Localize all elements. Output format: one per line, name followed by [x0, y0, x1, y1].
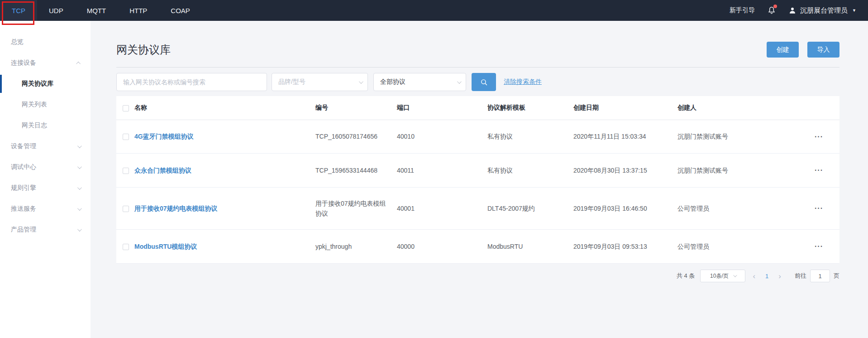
- sidebar-item[interactable]: 推送服务: [0, 198, 91, 219]
- protocol-filter-value: 全部协议: [380, 78, 405, 86]
- protocol-code: ypkj_through: [315, 230, 397, 264]
- column-header-template: 协议解析模板: [487, 96, 573, 120]
- protocol-port: 40001: [397, 187, 487, 230]
- row-checkbox[interactable]: [123, 206, 129, 212]
- sidebar-item[interactable]: 网关协议库: [0, 73, 91, 94]
- protocol-filter-select[interactable]: 全部协议: [373, 73, 466, 91]
- topbar-right: 新手引导 沉朋展台管理员 ▼: [730, 5, 868, 15]
- protocol-table: 名称 编号 端口 协议解析模板 创建日期 创建人 4G蓝牙门禁模组协议 TCP_…: [116, 96, 839, 264]
- sidebar-item-label: 设备管理: [11, 142, 36, 150]
- clear-search-link[interactable]: 清除搜索条件: [504, 78, 542, 86]
- brand-model-placeholder: 品牌/型号: [278, 78, 305, 86]
- protocol-template: ModbusRTU: [487, 230, 573, 264]
- topnav-tab-label: UDP: [49, 7, 63, 14]
- creator: 公司管理员: [677, 187, 795, 230]
- next-page-button[interactable]: ›: [775, 272, 785, 280]
- column-header-creator: 创建人: [677, 96, 795, 120]
- chevron-icon: [77, 164, 82, 169]
- current-page-number[interactable]: 1: [763, 273, 771, 280]
- created-date: 2020年11月11日 15:03:34: [573, 120, 677, 154]
- protocol-code: TCP_1596533144468: [315, 154, 397, 188]
- row-actions-icon[interactable]: ···: [815, 204, 823, 212]
- sidebar-item[interactable]: 设备管理: [0, 136, 91, 157]
- creator: 公司管理员: [677, 230, 795, 264]
- protocol-port: 40011: [397, 154, 487, 188]
- import-button[interactable]: 导入: [807, 42, 839, 58]
- title-divider: [116, 67, 839, 68]
- sidebar-item[interactable]: 调试中心: [0, 157, 91, 178]
- notification-bell-icon[interactable]: [767, 5, 777, 15]
- protocol-template: 私有协议: [487, 154, 573, 188]
- keyword-search-input[interactable]: [116, 73, 267, 91]
- topnav-tab-label: COAP: [171, 7, 190, 14]
- created-date: 2019年09月03日 16:46:50: [573, 187, 677, 230]
- search-button[interactable]: [472, 73, 496, 91]
- goto-page-input[interactable]: [810, 270, 830, 282]
- page-title: 网关协议库: [116, 43, 171, 57]
- protocol-name-link[interactable]: ModbusRTU模组协议: [134, 243, 197, 250]
- protocol-name-link[interactable]: 4G蓝牙门禁模组协议: [134, 133, 194, 140]
- chevron-down-icon: [457, 79, 462, 84]
- topnav-tab[interactable]: UDP: [37, 0, 75, 21]
- prev-page-button[interactable]: ‹: [749, 272, 759, 280]
- page-size-select[interactable]: 10条/页: [700, 270, 745, 282]
- protocol-template: 私有协议: [487, 120, 573, 154]
- sidebar-item-label: 总览: [11, 38, 24, 46]
- sidebar-item[interactable]: 规则引擎: [0, 178, 91, 198]
- row-checkbox[interactable]: [123, 244, 129, 250]
- sidebar-item[interactable]: 总览: [0, 32, 91, 53]
- main-content: 网关协议库 创建 导入 品牌/型号 全部协议 清除搜索条件: [91, 21, 868, 338]
- sidebar-item[interactable]: 网关列表: [0, 94, 91, 115]
- sidebar-item-label: 网关列表: [22, 101, 47, 109]
- page-suffix-label: 页: [834, 272, 839, 280]
- protocol-tabs: TCP UDP MQTT HTTP COAP: [0, 0, 202, 21]
- topnav-tab[interactable]: TCP: [0, 0, 37, 21]
- topnav-tab[interactable]: COAP: [159, 0, 202, 21]
- chevron-icon: [77, 185, 82, 190]
- username-label: 沉朋展台管理员: [800, 6, 848, 15]
- row-actions-icon[interactable]: ···: [815, 133, 823, 140]
- row-actions-icon[interactable]: ···: [815, 242, 823, 250]
- topnav-tab[interactable]: MQTT: [75, 0, 118, 21]
- table-row: 用于接收07规约电表模组协议 用于接收07规约电表模组协议 40001 DLT4…: [116, 187, 839, 230]
- sidebar-item[interactable]: 产品管理: [0, 219, 91, 240]
- sidebar-item-label: 网关日志: [22, 121, 47, 130]
- sidebar-item-label: 网关协议库: [22, 80, 53, 88]
- topnav-tab[interactable]: HTTP: [118, 0, 159, 21]
- sidebar-item-label: 连接设备: [11, 59, 36, 67]
- sidebar-item[interactable]: 网关日志: [0, 115, 91, 136]
- create-button[interactable]: 创建: [767, 42, 799, 58]
- protocol-code: TCP_1605078174656: [315, 120, 397, 154]
- pagination: 共 4 条 10条/页 ‹ 1 › 前往 页: [116, 270, 839, 282]
- header-buttons: 创建 导入: [767, 42, 839, 58]
- page-size-value: 10条/页: [710, 272, 729, 280]
- row-actions-icon[interactable]: ···: [815, 166, 823, 174]
- chevron-down-icon: [359, 79, 363, 84]
- chevron-icon: [77, 144, 82, 148]
- topnav-tab-label: TCP: [12, 7, 25, 14]
- protocol-port: 40010: [397, 120, 487, 154]
- beginner-guide-link[interactable]: 新手引导: [730, 6, 755, 14]
- search-icon: [480, 78, 488, 86]
- sidebar-item-label: 调试中心: [11, 163, 36, 171]
- column-header-code: 编号: [315, 96, 397, 120]
- protocol-name-link[interactable]: 用于接收07规约电表模组协议: [134, 205, 218, 212]
- row-checkbox[interactable]: [123, 134, 129, 140]
- search-bar: 品牌/型号 全部协议 清除搜索条件: [116, 73, 839, 91]
- topnav-tab-label: MQTT: [87, 7, 106, 14]
- protocol-port: 40000: [397, 230, 487, 264]
- row-checkbox[interactable]: [123, 168, 129, 174]
- table-header-row: 名称 编号 端口 协议解析模板 创建日期 创建人: [116, 96, 839, 120]
- brand-model-select[interactable]: 品牌/型号: [272, 73, 368, 91]
- select-all-checkbox[interactable]: [123, 105, 129, 111]
- chevron-down-icon: [733, 273, 737, 277]
- created-date: 2020年08月30日 13:37:15: [573, 154, 677, 188]
- top-navbar: TCP UDP MQTT HTTP COAP 新手引导: [0, 0, 868, 21]
- creator: 沉朋门禁测试账号: [677, 154, 795, 188]
- user-menu[interactable]: 沉朋展台管理员 ▼: [788, 6, 856, 15]
- protocol-name-link[interactable]: 众永合门禁模组协议: [134, 167, 191, 174]
- caret-down-icon: ▼: [852, 8, 856, 13]
- sidebar-item[interactable]: 连接设备: [0, 53, 91, 73]
- goto-label: 前往: [795, 272, 806, 280]
- topnav-tab-label: HTTP: [129, 7, 147, 14]
